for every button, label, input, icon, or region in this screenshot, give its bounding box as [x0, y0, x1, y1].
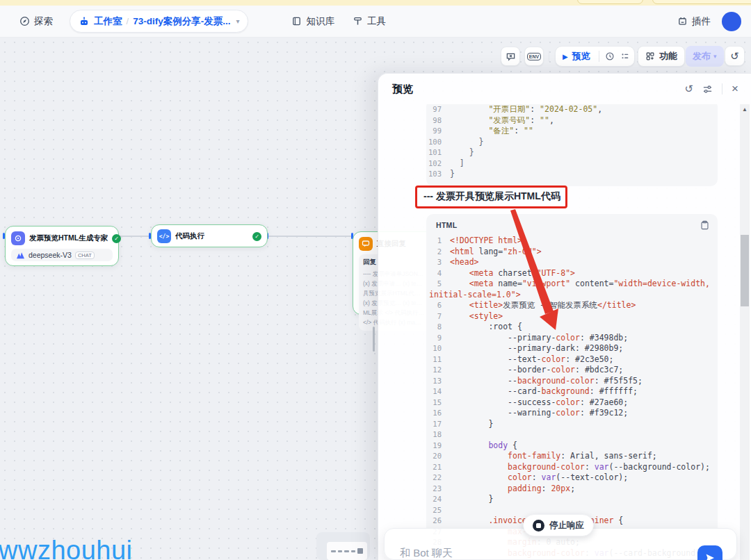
robot-icon	[79, 16, 90, 27]
edge-node2-node3	[268, 236, 353, 237]
variable-inspect-button[interactable]	[501, 47, 520, 66]
studio-breadcrumb[interactable]: 工作室 / 73-dify案例分享-发票... ▾	[70, 10, 248, 33]
checklist-icon[interactable]	[620, 51, 630, 61]
preview-panel-title: 预览	[392, 83, 413, 96]
toolbar-divider	[549, 51, 549, 62]
edge-node1-node2	[118, 236, 151, 237]
run-history-icon[interactable]	[605, 51, 615, 61]
partial-node-content	[327, 542, 367, 560]
nav-tools-label: 工具	[367, 15, 386, 28]
publish-label: 发布	[693, 50, 711, 63]
preview-button-group: ▶ 预览	[555, 46, 635, 67]
node-title: 代码执行	[175, 231, 204, 241]
group-divider	[599, 51, 599, 62]
version-history-button[interactable]: ↺	[725, 46, 745, 66]
nav-explore-label: 探索	[34, 15, 53, 28]
workflow-toolbar: ENV ▶ 预览 功能 发布 ▾ ↺	[0, 45, 751, 69]
chat-x-icon	[506, 51, 516, 62]
chevron-down-icon: ▾	[713, 53, 717, 60]
nav-studio-label: 工作室	[94, 15, 122, 28]
chevron-down-icon[interactable]: ▾	[236, 17, 239, 25]
book-icon	[291, 16, 302, 26]
node-title: 发票预览HTML生成专家	[29, 233, 108, 243]
success-check-icon: ✓	[112, 234, 121, 243]
scrollbar-up-arrow[interactable]: ▲	[740, 104, 750, 115]
code-node-icon: </>	[157, 229, 171, 243]
features-label: 功能	[659, 50, 677, 63]
stop-icon	[533, 520, 544, 532]
preview-panel-header: 预览 ↺ ×	[378, 74, 751, 104]
model-name: deepseek-V3	[29, 251, 72, 259]
nav-tools[interactable]: 工具	[353, 15, 386, 28]
node-code-execution[interactable]: </> 代码执行 ✓	[151, 224, 268, 247]
app-screen: 探索 工作室 / 73-dify案例分享-发票... ▾ 知识库 工具 插件	[0, 0, 751, 560]
scrollbar-thumb[interactable]	[741, 235, 749, 306]
model-mode-badge: CHAT	[75, 252, 95, 259]
markdown-heading: --- 发票开具预览展示HTML代码	[423, 190, 560, 203]
send-icon	[704, 552, 716, 560]
html-code-block: HTML 1<!DOCTYPE html>2<html lang="zh-CN"…	[426, 214, 718, 560]
copy-icon[interactable]	[700, 220, 709, 230]
user-avatar[interactable]	[722, 12, 741, 31]
preview-panel-content[interactable]: 97 "开票日期": "2024-02-05",98 "发票号码": "",99…	[378, 104, 751, 560]
nav-knowledge-label: 知识库	[306, 15, 334, 28]
nav-explore[interactable]: 探索	[19, 15, 53, 28]
code-language-label: HTML	[436, 221, 457, 229]
breadcrumb-separator: /	[127, 16, 129, 26]
nav-plugins-label: 插件	[692, 15, 711, 28]
send-button[interactable]	[697, 545, 722, 560]
restart-icon[interactable]: ↺	[684, 83, 693, 95]
app-header: 探索 工作室 / 73-dify案例分享-发票... ▾ 知识库 工具 插件	[0, 6, 751, 38]
nav-knowledge[interactable]: 知识库	[291, 15, 334, 28]
watermark: wwzhouhui	[0, 536, 133, 560]
model-selector[interactable]: deepseek-V3 CHAT	[11, 249, 113, 261]
stop-responding-button[interactable]: 停止响应	[523, 514, 594, 536]
tool-icon	[353, 16, 363, 26]
success-check-icon: ✓	[252, 232, 261, 241]
panel-scrollbar[interactable]: ▲	[740, 104, 750, 560]
close-icon[interactable]: ×	[732, 82, 738, 96]
llm-node-icon	[11, 231, 25, 245]
header-divider	[722, 83, 722, 94]
strip-box	[652, 0, 751, 4]
compass-icon	[19, 16, 30, 26]
preview-run-label: 预览	[572, 50, 590, 63]
project-name: 73-dify案例分享-发票...	[133, 15, 230, 28]
deepseek-logo-icon	[16, 252, 25, 259]
node-llm-invoice-html-expert[interactable]: 发票预览HTML生成专家 ✓ deepseek-V3 CHAT	[5, 226, 119, 266]
chat-input[interactable]	[400, 547, 629, 559]
reply-node-icon	[359, 237, 373, 251]
code-block-header: HTML	[426, 214, 718, 233]
preview-panel: 预览 ↺ × 97 "开票日期": "2024-02-05",98 "发票号码"…	[378, 73, 751, 560]
env-variables-button[interactable]: ENV	[524, 47, 544, 66]
strip-box	[577, 0, 643, 4]
preview-run-button[interactable]: ▶ 预览	[560, 50, 593, 63]
stop-responding-label: 停止响应	[549, 520, 584, 532]
env-icon: ENV	[527, 53, 541, 60]
partial-node[interactable]	[316, 532, 370, 560]
settings-sliders-icon[interactable]	[702, 84, 713, 94]
features-button[interactable]: 功能	[638, 46, 685, 67]
blocks-icon	[645, 51, 655, 61]
plugin-icon	[677, 16, 688, 26]
json-output-block: 97 "开票日期": "2024-02-05",98 "发票号码": "",99…	[426, 104, 718, 186]
nav-plugins[interactable]: 插件	[677, 15, 711, 28]
browser-top-strip	[0, 0, 751, 6]
publish-button[interactable]: 发布 ▾	[686, 46, 724, 67]
json-code-lines: 97 "开票日期": "2024-02-05",98 "发票号码": "",99…	[426, 104, 718, 184]
html-code-lines: 1<!DOCTYPE html>2<html lang="zh-CN">3<he…	[426, 233, 718, 560]
history-icon: ↺	[730, 50, 739, 63]
play-icon: ▶	[563, 53, 568, 60]
panel-resize-handle[interactable]	[373, 327, 375, 352]
